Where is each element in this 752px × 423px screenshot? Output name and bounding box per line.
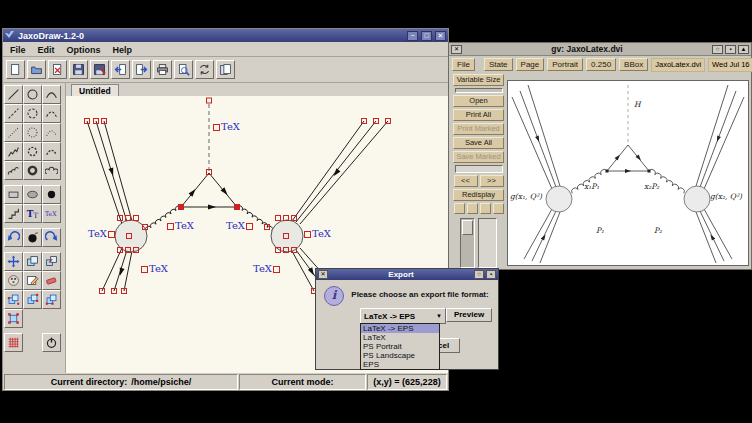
gv-tool-button-2[interactable] — [467, 203, 478, 214]
tool-grid[interactable] — [4, 333, 23, 352]
tool-group-back[interactable] — [42, 290, 61, 309]
gv-print-all-button[interactable]: Print All — [453, 109, 504, 121]
gv-title-bar[interactable]: ✕ gv: JaxoLatex.dvi ○ ▪ ▲ — [449, 43, 751, 56]
close-icon[interactable]: ✕ — [435, 31, 446, 41]
canvas-tex-label[interactable]: TeX — [141, 264, 168, 274]
gv-scale-button[interactable]: 0.250 — [586, 58, 616, 71]
gv-state-button[interactable]: State — [484, 58, 513, 71]
tool-gluon-loop[interactable] — [23, 161, 42, 180]
circle-icon[interactable]: ○ — [712, 45, 723, 54]
tool-gluon-line[interactable] — [4, 161, 23, 180]
tab-untitled[interactable]: Untitled — [71, 84, 119, 96]
export-button[interactable] — [132, 60, 151, 79]
menu-edit[interactable]: Edit — [38, 45, 55, 55]
open-file-button[interactable] — [27, 60, 46, 79]
title-bar[interactable]: JaxoDraw-1.2-0 − □ ✕ — [3, 29, 448, 42]
gv-next-page-button[interactable]: >> — [480, 175, 504, 187]
gv-tool-button-3[interactable] — [480, 203, 491, 214]
tool-group[interactable] — [4, 290, 23, 309]
tool-ghost-arc[interactable] — [42, 123, 61, 142]
circle-icon[interactable]: ○ — [474, 270, 484, 279]
menu-options[interactable]: Options — [67, 45, 101, 55]
canvas-tex-label[interactable]: TeX — [167, 221, 194, 231]
tool-power[interactable] — [42, 333, 61, 352]
canvas-tex-label[interactable]: TeX — [88, 229, 115, 239]
gv-orientation-button[interactable]: Portrait — [547, 58, 583, 71]
tool-eraser[interactable] — [42, 271, 61, 290]
import-button[interactable] — [111, 60, 130, 79]
tool-fermion-arc[interactable] — [42, 85, 61, 104]
tool-ghost-loop[interactable] — [23, 123, 42, 142]
menu-file[interactable]: File — [10, 45, 26, 55]
tool-blob[interactable] — [23, 185, 42, 204]
tool-scalar-line[interactable] — [4, 104, 23, 123]
gv-redisplay-button[interactable]: Redisplay — [453, 189, 504, 201]
save-as-button[interactable] — [90, 60, 109, 79]
tool-fermion-loop[interactable] — [23, 85, 42, 104]
slider-thumb[interactable] — [462, 220, 473, 235]
tool-text[interactable]: TT — [23, 204, 42, 223]
menu-help[interactable]: Help — [113, 45, 133, 55]
dot-icon[interactable]: ▪ — [725, 45, 736, 54]
tool-clear[interactable] — [23, 228, 42, 247]
gv-page-button[interactable]: Page — [516, 58, 545, 71]
minimize-icon[interactable]: − — [407, 31, 418, 41]
tool-latex-text[interactable]: TeX — [42, 204, 61, 223]
tool-ungroup[interactable] — [4, 309, 23, 328]
gv-tool-button-4[interactable] — [493, 203, 504, 214]
tool-photon-line[interactable] — [4, 142, 23, 161]
canvas-tex-label[interactable]: TeX — [226, 221, 253, 231]
gv-bbox-button[interactable]: BBox — [619, 58, 648, 71]
preview-button[interactable] — [174, 60, 193, 79]
format-combobox[interactable]: LaTeX -> EPS ▼ — [360, 308, 446, 324]
up-triangle-icon[interactable]: ▲ — [738, 45, 749, 54]
gv-page[interactable]: Hx₁P₁x₂P₂g(x₁, Q²)g(x₂, Q²)P₁P₂ — [507, 80, 749, 266]
maximize-icon[interactable]: □ — [421, 31, 432, 41]
tool-scalar-loop[interactable] — [23, 104, 42, 123]
close-icon[interactable]: ✕ — [318, 270, 328, 279]
dialog-title-bar[interactable]: ✕ Export ○ ▪ — [316, 269, 498, 280]
gv-save-all-button[interactable]: Save All — [453, 137, 504, 149]
tool-scalar-arc[interactable] — [42, 104, 61, 123]
tool-fermion-line[interactable] — [4, 85, 23, 104]
dot-icon[interactable]: ▪ — [486, 270, 496, 279]
tool-group-front[interactable] — [23, 290, 42, 309]
tool-gluon-arc[interactable] — [42, 161, 61, 180]
tool-ghost-line[interactable] — [4, 123, 23, 142]
tool-undo[interactable] — [4, 228, 23, 247]
tool-photon-loop[interactable] — [23, 142, 42, 161]
canvas-tex-label[interactable]: TeX — [304, 229, 331, 239]
refresh-button[interactable] — [195, 60, 214, 79]
gv-file-button[interactable]: File — [452, 58, 475, 71]
latex-button[interactable] — [216, 60, 235, 79]
gv-open-button[interactable]: Open — [453, 95, 504, 107]
tool-box[interactable] — [4, 185, 23, 204]
gv-prev-page-button[interactable]: << — [454, 175, 478, 187]
tool-edit[interactable] — [23, 271, 42, 290]
close-file-button[interactable] — [48, 60, 67, 79]
save-button[interactable] — [69, 60, 88, 79]
gv-variable-size-button[interactable]: Variable Size — [453, 74, 504, 86]
tool-move[interactable] — [4, 252, 23, 271]
canvas-tex-label[interactable]: TeX — [253, 264, 280, 274]
gv-tool-button-1[interactable] — [454, 203, 465, 214]
status-bar: Current directory:/home/psiche/ Current … — [3, 373, 448, 390]
tool-zigzag[interactable] — [4, 204, 23, 223]
canvas-tex-label[interactable]: TeX — [213, 122, 240, 132]
close-icon[interactable]: ✕ — [451, 45, 462, 54]
print-button[interactable] — [153, 60, 172, 79]
tool-color[interactable] — [4, 271, 23, 290]
tool-copy[interactable] — [42, 252, 61, 271]
tool-redo[interactable] — [42, 228, 61, 247]
export-option[interactable]: LaTeX — [361, 333, 439, 342]
export-option[interactable]: PS Portrait — [361, 342, 439, 351]
tool-duplicate[interactable] — [23, 252, 42, 271]
new-file-button[interactable] — [6, 60, 25, 79]
export-option[interactable]: PS Landscape — [361, 351, 439, 360]
tool-vertex[interactable] — [42, 185, 61, 204]
preview-button[interactable]: Preview — [446, 308, 492, 322]
tool-photon-arc[interactable] — [42, 142, 61, 161]
gv-zoom-slider[interactable] — [460, 218, 475, 268]
export-option[interactable]: EPS — [361, 360, 439, 369]
export-option[interactable]: LaTeX -> EPS — [361, 324, 439, 333]
